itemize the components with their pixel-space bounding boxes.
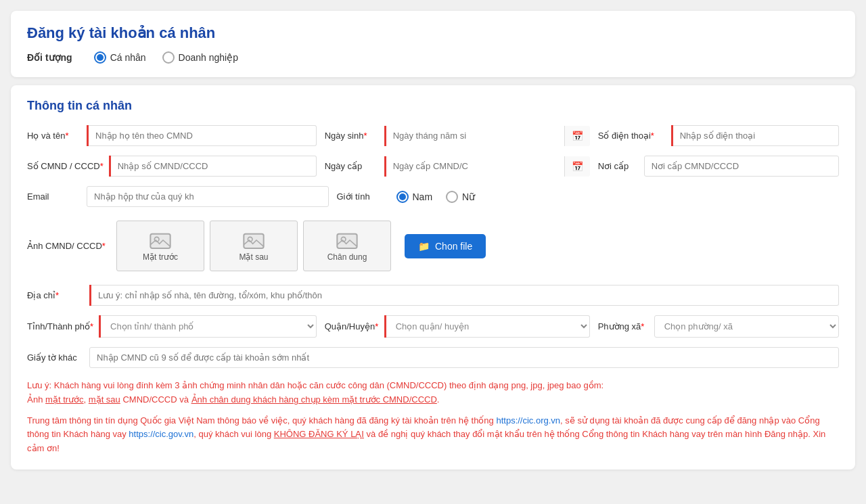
radio-nu[interactable]: Nữ [446,191,475,203]
label-dia-chi: Địa chỉ* [27,290,81,300]
input-wrap-so-dien-thoai [671,125,839,146]
link-mat-sau[interactable]: mặt sau [89,394,120,405]
link-khong-dang-ky[interactable]: KHÔNG ĐĂNG KÝ LẠI [274,429,364,439]
select-quan-huyen[interactable]: Chọn quận/ huyện [386,315,590,338]
mat-truoc-label: Mặt trước [143,252,178,262]
image-icon-chan-dung [336,231,358,250]
field-noi-cap: Nơi cấp [598,156,839,177]
label-email: Email [27,191,81,202]
input-wrap-noi-cap [644,156,839,177]
input-giay-to[interactable] [89,347,839,368]
calendar-icon-ngay-cap[interactable]: 📅 [564,156,590,177]
label-anh-cmnd: Ảnh CMND/ CCCD* [27,241,108,251]
link-mat-truoc[interactable]: mặt trước [45,394,84,405]
row-tinh-tp: Tỉnh/Thành phố* Chọn tỉnh/ thành phố Quậ… [27,315,839,338]
field-gioi-tinh: Giới tính Nam Nữ [337,191,840,203]
calendar-icon-ngay-sinh[interactable]: 📅 [564,126,590,146]
doi-tuong-row: Đối tượng Cá nhân Doanh nghiệp [27,51,839,64]
photo-section: Mặt trước Mặt sau Chân dung [116,221,486,271]
field-ngay-sinh: Ngày sinh* 📅 [325,126,590,146]
photo-mat-sau[interactable]: Mặt sau [210,221,298,271]
note-section: Lưu ý: Khách hàng vui lòng đính kèm 3 ản… [27,379,839,407]
input-wrap-ngay-cap: 📅 [384,156,590,177]
svg-rect-0 [150,233,170,248]
radio-circle-nu [446,191,458,203]
select-tinh-tp[interactable]: Chọn tỉnh/ thành phố [101,315,317,338]
row-1: Họ và tên* Ngày sinh* 📅 Số điện thoại* [27,125,839,146]
radio-label-ca-nhan: Cá nhân [110,52,146,63]
radio-nam[interactable]: Nam [396,191,433,203]
section-title: Thông tin cá nhân [27,99,839,113]
info-section: Trung tâm thông tin tín dụng Quốc gia Vi… [27,414,839,456]
radio-circle-ca-nhan [94,51,106,64]
link-cic-org[interactable]: https://cic.org.vn [496,415,560,426]
row-2: Số CMND / CCCD* Ngày cấp 📅 Nơi cấp [27,156,839,177]
label-ho-va-ten: Họ và tên* [27,131,81,141]
select-wrap-tinh-tp: Chọn tỉnh/ thành phố [99,315,317,338]
field-tinh-tp: Tỉnh/Thành phố* Chọn tỉnh/ thành phố [27,315,317,338]
label-so-dien-thoai: Số điện thoại* [598,131,666,141]
label-ngay-sinh: Ngày sinh* [325,131,379,141]
field-quan-huyen: Quận/Huyện* Chọn quận/ huyện [325,315,590,338]
label-giay-to: Giấy tờ khác [27,352,81,363]
doi-tuong-radio-group: Cá nhân Doanh nghiệp [94,51,238,64]
select-wrap-quan-huyen: Chọn quận/ huyện [384,315,590,338]
field-ho-va-ten: Họ và tên* [27,125,317,146]
link-cic-gov[interactable]: https://cic.gov.vn [129,429,193,439]
doi-tuong-label: Đối tượng [27,52,72,63]
page-title: Đăng ký tài khoản cá nhân [27,24,839,42]
input-email[interactable] [87,186,329,207]
input-ngay-sinh[interactable] [386,126,564,145]
label-gioi-tinh: Giới tính [337,191,391,202]
input-ho-va-ten[interactable] [89,125,317,146]
image-icon-mat-sau [243,231,265,250]
link-anh-chan-dung[interactable]: Ảnh chân dung khách hàng chụp kèm mặt tr… [191,394,437,405]
personal-info-card: Thông tin cá nhân Họ và tên* Ngày sinh* … [11,85,855,469]
label-so-cmnd: Số CMND / CCCD* [27,161,104,171]
svg-rect-2 [244,233,263,248]
svg-rect-4 [337,233,357,248]
field-so-dien-thoai: Số điện thoại* [598,125,839,146]
photo-mat-truoc[interactable]: Mặt trước [116,221,204,271]
input-noi-cap[interactable] [644,156,839,177]
mat-sau-label: Mặt sau [239,252,268,262]
label-phuong-xa: Phường xã* [598,321,649,331]
input-wrap-so-cmnd [109,156,317,177]
note-line-2: Ảnh mặt trước, mặt sau CMND/CCCD và Ảnh … [27,393,839,407]
radio-label-doanh-nghiep: Doanh nghiệp [179,52,238,63]
chan-dung-label: Chân dung [327,252,367,262]
label-nu: Nữ [462,191,475,202]
input-so-dien-thoai[interactable] [673,125,839,146]
photo-chan-dung[interactable]: Chân dung [303,221,391,271]
label-tinh-tp: Tỉnh/Thành phố* [27,321,93,331]
select-wrap-phuong-xa: Chọn phường/ xã [654,315,839,338]
input-wrap-dia-chi [89,285,839,306]
choose-file-button[interactable]: 📁 Chon file [405,234,486,258]
row-3: Email Giới tính Nam Nữ [27,186,839,207]
note-line-1: Lưu ý: Khách hàng vui lòng đính kèm 3 ản… [27,379,839,393]
input-wrap-email [87,186,329,207]
info-paragraph: Trung tâm thông tin tín dụng Quốc gia Vi… [27,414,839,456]
header-card: Đăng ký tài khoản cá nhân Đối tượng Cá n… [11,11,855,77]
input-so-cmnd[interactable] [111,156,317,177]
field-email: Email [27,186,329,207]
gender-group: Nam Nữ [396,191,476,203]
radio-ca-nhan[interactable]: Cá nhân [94,51,146,64]
radio-doanh-nghiep[interactable]: Doanh nghiệp [162,51,238,64]
input-wrap-ngay-sinh: 📅 [384,126,590,146]
select-phuong-xa[interactable]: Chọn phường/ xã [654,315,839,338]
image-icon-mat-truoc [150,231,171,250]
folder-icon: 📁 [418,241,430,252]
input-wrap-ho-va-ten [87,125,317,146]
input-wrap-giay-to [89,347,839,368]
field-phuong-xa: Phường xã* Chọn phường/ xã [598,315,839,338]
row-dia-chi: Địa chỉ* [27,285,839,306]
input-dia-chi[interactable] [91,285,839,306]
label-quan-huyen: Quận/Huyện* [325,321,379,331]
row-giay-to: Giấy tờ khác [27,347,839,368]
label-nam: Nam [413,191,433,202]
field-ngay-cap: Ngày cấp 📅 [325,156,590,177]
label-noi-cap: Nơi cấp [598,161,639,171]
label-ngay-cap: Ngày cấp [325,161,379,171]
input-ngay-cap[interactable] [386,156,564,176]
